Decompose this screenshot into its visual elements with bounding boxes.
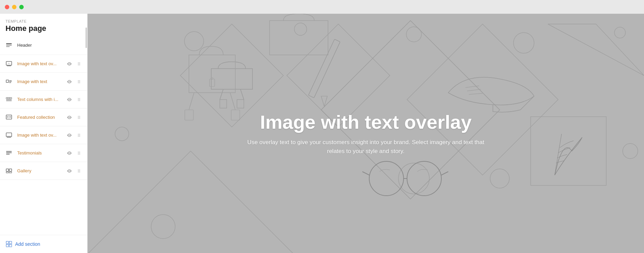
sidebar-item-featured-collection[interactable]: Featured collection <box>0 108 87 126</box>
visibility-toggle-5[interactable] <box>65 131 74 139</box>
sidebar-item-label-gallery: Gallery <box>17 168 65 173</box>
gallery-icon <box>4 166 14 176</box>
minimize-button[interactable] <box>12 5 16 9</box>
sidebar-item-label-testimonials: Testimonials <box>17 150 65 156</box>
svg-rect-0 <box>6 43 12 44</box>
svg-point-9 <box>78 64 79 64</box>
svg-point-18 <box>79 80 80 81</box>
drag-handle-6[interactable] <box>75 149 83 157</box>
sidebar-item-label-image-text: Image with text <box>17 79 65 84</box>
traffic-lights <box>5 5 24 9</box>
sidebar-item-label-featured-collection: Featured collection <box>17 115 65 120</box>
featured-collection-icon <box>4 113 14 122</box>
sidebar-item-image-text[interactable]: Image with text <box>0 73 87 91</box>
svg-rect-64 <box>9 172 12 173</box>
svg-point-12 <box>79 65 80 65</box>
svg-rect-52 <box>6 151 12 152</box>
svg-point-70 <box>79 172 80 172</box>
image-overlay-icon-1: ≡ <box>4 59 14 69</box>
sidebar-item-label-text-columns: Text columns with i... <box>17 97 65 102</box>
svg-rect-72 <box>9 241 12 244</box>
sidebar: TEMPLATE Home page Header <box>0 14 88 253</box>
drag-handle-5[interactable] <box>75 131 83 139</box>
banner-text-overlay: Image with text overlay Use overlay text… <box>246 111 486 156</box>
svg-point-37 <box>78 116 79 116</box>
drag-handle-3[interactable] <box>75 95 83 104</box>
sidebar-item-image-overlay-1[interactable]: ≡ Image with text ov... <box>0 55 87 73</box>
add-section-label: Add section <box>15 241 40 247</box>
drag-handle-4[interactable] <box>75 113 83 122</box>
sidebar-item-header[interactable]: Header <box>0 36 87 55</box>
svg-rect-27 <box>6 101 12 101</box>
svg-rect-2 <box>6 46 10 47</box>
svg-point-60 <box>79 154 80 154</box>
page-title: Home page <box>5 24 82 33</box>
svg-point-57 <box>78 153 79 153</box>
preview-area: Image with text overlay Use overlay text… <box>88 14 644 253</box>
item-actions-4 <box>65 113 83 122</box>
svg-point-32 <box>78 100 79 101</box>
titlebar <box>0 0 644 14</box>
svg-rect-13 <box>6 80 9 82</box>
maximize-button[interactable] <box>19 5 24 9</box>
item-actions-2 <box>65 78 83 86</box>
svg-rect-74 <box>9 244 12 247</box>
svg-point-56 <box>79 151 80 152</box>
sidebar-item-image-overlay-2[interactable]: Image with text ov... <box>0 126 87 144</box>
svg-point-33 <box>79 100 80 101</box>
item-actions-1 <box>65 60 83 68</box>
svg-point-42 <box>79 118 80 119</box>
drag-handle-2[interactable] <box>75 78 83 86</box>
sidebar-item-label-image-overlay-2: Image with text ov... <box>17 133 65 138</box>
svg-point-39 <box>78 117 79 118</box>
svg-point-48 <box>78 135 79 136</box>
drag-handle-1[interactable] <box>75 60 83 68</box>
svg-rect-63 <box>6 172 9 173</box>
svg-point-21 <box>78 82 79 83</box>
scrollbar-thumb[interactable] <box>86 27 87 48</box>
svg-rect-61 <box>6 169 9 171</box>
svg-point-40 <box>79 117 80 118</box>
svg-point-11 <box>78 65 79 65</box>
testimonials-icon <box>4 148 14 158</box>
sidebar-item-label-header: Header <box>17 43 83 48</box>
svg-rect-35 <box>7 116 9 118</box>
svg-point-41 <box>78 118 79 119</box>
visibility-toggle-3[interactable] <box>65 95 74 104</box>
svg-point-31 <box>79 99 80 100</box>
visibility-toggle-4[interactable] <box>65 113 74 122</box>
svg-point-10 <box>79 64 80 64</box>
sidebar-item-testimonials[interactable]: Testimonials <box>0 144 87 162</box>
image-text-icon <box>4 77 14 87</box>
banner-title: Image with text overlay <box>246 111 486 133</box>
svg-rect-44 <box>7 137 11 138</box>
svg-point-51 <box>79 136 80 137</box>
svg-point-67 <box>78 171 79 171</box>
svg-text:≡: ≡ <box>9 62 10 64</box>
main-layout: TEMPLATE Home page Header <box>0 14 644 253</box>
drag-handle-7[interactable] <box>75 167 83 175</box>
svg-rect-23 <box>6 97 8 99</box>
add-section-button[interactable]: Add section <box>0 235 87 253</box>
item-actions-5 <box>65 131 83 139</box>
preview-content: Image with text overlay Use overlay text… <box>88 14 644 253</box>
svg-point-59 <box>78 154 79 154</box>
sidebar-item-text-columns[interactable]: Text columns with i... <box>0 91 87 108</box>
visibility-toggle-6[interactable] <box>65 149 74 157</box>
text-columns-icon <box>4 95 14 104</box>
visibility-toggle-2[interactable] <box>65 78 74 86</box>
sidebar-item-gallery[interactable]: Gallery <box>0 162 87 180</box>
visibility-toggle-1[interactable] <box>65 60 74 68</box>
svg-point-38 <box>79 116 80 116</box>
svg-point-17 <box>78 80 79 81</box>
item-actions-6 <box>65 149 83 157</box>
close-button[interactable] <box>5 5 9 9</box>
svg-rect-24 <box>8 97 10 99</box>
svg-rect-73 <box>6 244 9 247</box>
visibility-toggle-7[interactable] <box>65 167 74 175</box>
svg-rect-16 <box>9 82 11 83</box>
add-section-icon <box>5 241 12 248</box>
scrollbar-track[interactable] <box>85 14 87 253</box>
svg-rect-62 <box>9 169 12 171</box>
template-label: TEMPLATE <box>5 19 82 23</box>
